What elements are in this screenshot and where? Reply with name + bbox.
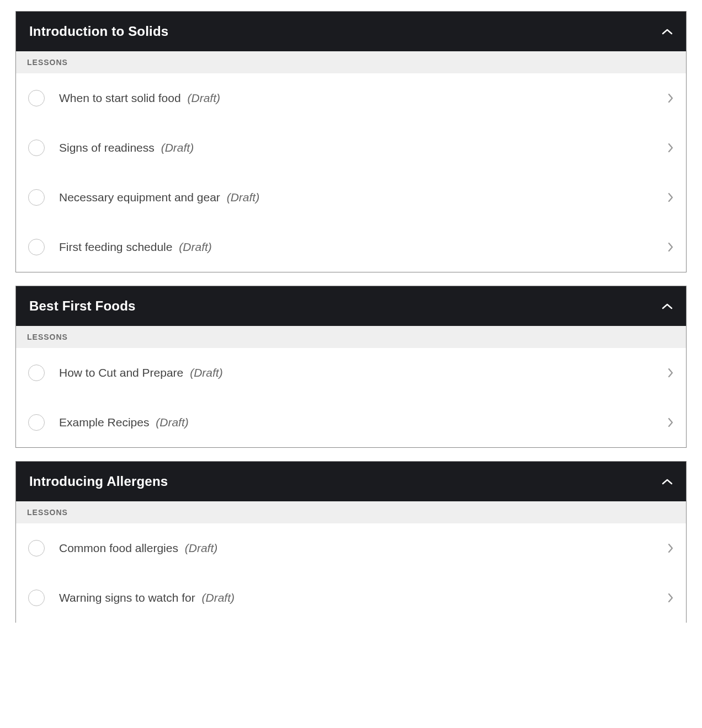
lesson-title: First feeding schedule (Draft): [59, 240, 658, 254]
lesson-row[interactable]: How to Cut and Prepare (Draft): [16, 348, 686, 398]
completion-circle-icon: [28, 140, 45, 156]
module-title: Introducing Allergens: [29, 474, 168, 489]
lesson-status: (Draft): [190, 366, 223, 379]
lesson-title: How to Cut and Prepare (Draft): [59, 366, 658, 379]
lesson-status: (Draft): [156, 416, 189, 429]
lesson-status: (Draft): [161, 141, 194, 154]
lesson-row[interactable]: Warning signs to watch for (Draft): [16, 573, 686, 623]
lessons-label: LESSONS: [16, 501, 686, 523]
lesson-status: (Draft): [227, 191, 260, 204]
completion-circle-icon: [28, 590, 45, 606]
lesson-row[interactable]: First feeding schedule (Draft): [16, 222, 686, 272]
lesson-row[interactable]: Common food allergies (Draft): [16, 523, 686, 573]
completion-circle-icon: [28, 414, 45, 431]
chevron-right-icon: [667, 93, 674, 104]
chevron-right-icon: [667, 192, 674, 203]
chevron-right-icon: [667, 367, 674, 378]
chevron-right-icon: [667, 543, 674, 554]
chevron-up-icon: [662, 28, 673, 35]
chevron-right-icon: [667, 592, 674, 603]
course-module: Introducing Allergens LESSONS Common foo…: [15, 461, 687, 623]
completion-circle-icon: [28, 540, 45, 556]
chevron-right-icon: [667, 142, 674, 153]
chevron-up-icon: [662, 303, 673, 309]
lesson-title: Signs of readiness (Draft): [59, 141, 658, 154]
lesson-title: When to start solid food (Draft): [59, 92, 658, 105]
lesson-row[interactable]: When to start solid food (Draft): [16, 73, 686, 123]
lesson-row[interactable]: Example Recipes (Draft): [16, 398, 686, 447]
module-header[interactable]: Best First Foods: [16, 286, 686, 326]
lesson-title: Common food allergies (Draft): [59, 542, 658, 555]
chevron-right-icon: [667, 242, 674, 253]
chevron-up-icon: [662, 478, 673, 485]
lesson-row[interactable]: Necessary equipment and gear (Draft): [16, 173, 686, 222]
module-title: Best First Foods: [29, 298, 136, 314]
module-title: Introduction to Solids: [29, 24, 168, 39]
completion-circle-icon: [28, 365, 45, 381]
course-module: Best First Foods LESSONS How to Cut and …: [15, 286, 687, 448]
lesson-status: (Draft): [202, 591, 235, 604]
lesson-status: (Draft): [187, 92, 220, 104]
lesson-status: (Draft): [179, 240, 212, 253]
lesson-title: Warning signs to watch for (Draft): [59, 591, 658, 604]
lesson-status: (Draft): [185, 542, 218, 554]
lesson-title: Example Recipes (Draft): [59, 416, 658, 429]
completion-circle-icon: [28, 90, 45, 106]
module-header[interactable]: Introducing Allergens: [16, 462, 686, 501]
module-header[interactable]: Introduction to Solids: [16, 12, 686, 51]
lesson-title: Necessary equipment and gear (Draft): [59, 191, 658, 204]
completion-circle-icon: [28, 239, 45, 255]
lessons-label: LESSONS: [16, 51, 686, 73]
lessons-label: LESSONS: [16, 326, 686, 348]
completion-circle-icon: [28, 189, 45, 206]
chevron-right-icon: [667, 417, 674, 428]
course-module: Introduction to Solids LESSONS When to s…: [15, 11, 687, 272]
lesson-row[interactable]: Signs of readiness (Draft): [16, 123, 686, 173]
